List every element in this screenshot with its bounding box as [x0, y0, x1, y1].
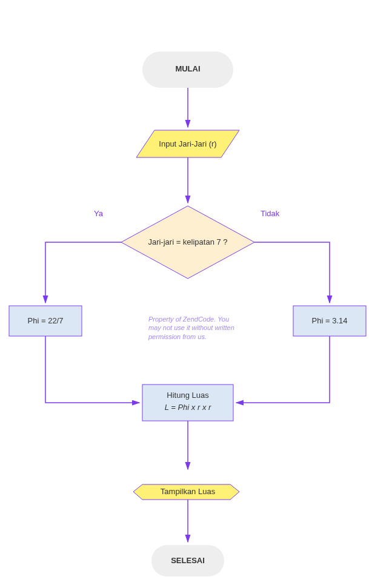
decision-node: [121, 206, 254, 279]
flowchart-svg: [0, 0, 372, 588]
edge-phi-right-compute: [236, 336, 330, 403]
phi-left-node: [9, 306, 82, 336]
edge-decision-no: [254, 242, 330, 303]
compute-node: [142, 385, 233, 421]
edge-phi-left-compute: [45, 336, 139, 403]
end-node: [151, 545, 224, 576]
input-node: [136, 130, 239, 157]
edge-decision-yes: [45, 242, 121, 303]
output-node: [133, 484, 239, 500]
phi-right-node: [293, 306, 366, 336]
start-node: [142, 51, 233, 88]
